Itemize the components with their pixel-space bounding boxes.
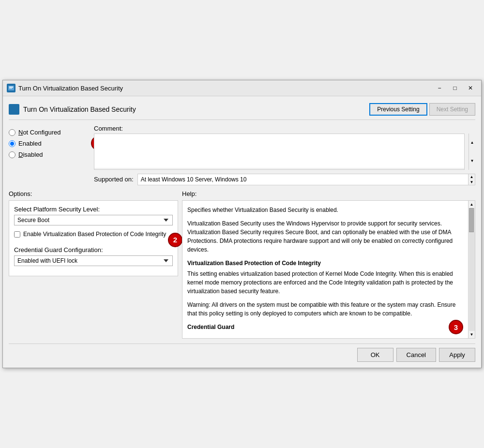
credential-section: Credential Guard Configuration: Enabled … xyxy=(14,246,173,271)
supported-label: Supported on: xyxy=(94,174,134,183)
comment-textarea[interactable] xyxy=(94,134,464,168)
options-panel: Select Platform Security Level: Secure B… xyxy=(9,200,178,276)
help-panel-wrapper: Specifies whether Virtualization Based S… xyxy=(182,200,475,339)
help-scroll-thumb[interactable] xyxy=(469,208,474,232)
next-setting-button[interactable]: Next Setting xyxy=(429,103,475,116)
help-scroll-track xyxy=(469,208,475,331)
help-para-2: Virtualization Based Security uses the W… xyxy=(187,219,463,254)
help-text: Specifies whether Virtualization Based S… xyxy=(187,206,463,331)
radio-group: Not Configured Enabled 1 Disabled xyxy=(9,125,86,162)
bottom-section: Select Platform Security Level: Secure B… xyxy=(9,200,475,339)
platform-label: Select Platform Security Level: xyxy=(14,206,173,213)
code-integrity-label: Enable Virtualization Based Protection o… xyxy=(23,230,166,239)
bottom-buttons: OK Cancel Apply xyxy=(9,343,475,362)
close-button[interactable]: ✕ xyxy=(464,83,477,93)
help-content: Specifies whether Virtualization Based S… xyxy=(182,201,468,338)
help-heading-2: Credential Guard xyxy=(187,323,463,331)
supported-row: Supported on: At least Windows 10 Server… xyxy=(94,174,475,185)
comment-area: Comment: ▲ ▼ xyxy=(94,125,475,170)
enabled-radio[interactable] xyxy=(9,140,15,147)
badge-2: 2 xyxy=(168,233,182,247)
panels-header: Options: Help: xyxy=(9,190,475,197)
help-para-1: Specifies whether Virtualization Based S… xyxy=(187,206,463,214)
supported-scroll-down[interactable]: ▼ xyxy=(469,179,475,185)
comment-wrapper: ▲ ▼ xyxy=(94,134,475,170)
minimize-button[interactable]: − xyxy=(433,83,446,93)
supported-text: At least Windows 10 Server, Windows 10 xyxy=(138,174,468,185)
right-config-section: Comment: ▲ ▼ Supported on: At le xyxy=(94,125,475,185)
help-section-label: Help: xyxy=(182,190,475,197)
help-scroll-down[interactable]: ▼ xyxy=(470,331,474,338)
help-heading-1: Virtualization Based Protection of Code … xyxy=(187,259,463,268)
maximize-button[interactable]: □ xyxy=(448,83,462,93)
comment-scroll-up[interactable]: ▲ xyxy=(469,134,475,152)
svg-rect-2 xyxy=(9,88,12,89)
disabled-label: Disabled xyxy=(18,151,43,158)
help-para-4: Warning: All drivers on the system must … xyxy=(187,300,463,318)
credential-select[interactable]: Enabled with UEFI lock Disabled Enabled … xyxy=(14,255,173,266)
cancel-button[interactable]: Cancel xyxy=(396,348,436,362)
enabled-label: Enabled xyxy=(18,140,42,147)
apply-button[interactable]: Apply xyxy=(439,348,475,362)
not-configured-radio[interactable] xyxy=(9,129,15,136)
window-title: Turn On Virtualization Based Security xyxy=(18,85,123,92)
not-configured-label: Not Configured xyxy=(18,129,60,136)
svg-rect-1 xyxy=(9,87,13,88)
title-bar: Turn On Virtualization Based Security − … xyxy=(3,80,481,96)
help-scroll-up[interactable]: ▲ xyxy=(470,201,474,208)
previous-setting-button[interactable]: Previous Setting xyxy=(369,103,427,116)
radio-group-wrapper: Not Configured Enabled 1 Disabled xyxy=(9,125,86,185)
main-window: Turn On Virtualization Based Security − … xyxy=(2,80,482,368)
window-icon xyxy=(7,84,15,92)
comment-label: Comment: xyxy=(94,125,475,132)
badge-3: 3 xyxy=(449,320,463,334)
options-panel-wrapper: Select Platform Security Level: Secure B… xyxy=(9,200,178,339)
supported-scroll-up[interactable]: ▲ xyxy=(469,174,475,179)
header-title: Turn On Virtualization Based Security xyxy=(23,105,136,113)
comment-scrollbar: ▲ ▼ xyxy=(469,134,475,170)
content-area: Turn On Virtualization Based Security Pr… xyxy=(3,96,481,368)
platform-select[interactable]: Secure Boot Secure Boot and DMA Protecti… xyxy=(14,215,173,225)
help-scrollbar: ▲ ▼ xyxy=(468,201,475,338)
comment-scroll-down[interactable]: ▼ xyxy=(469,152,475,170)
disabled-radio[interactable] xyxy=(9,151,15,158)
not-configured-option[interactable]: Not Configured xyxy=(9,129,86,136)
ok-button[interactable]: OK xyxy=(357,348,393,362)
header-buttons: Previous Setting Next Setting xyxy=(369,103,475,116)
supported-box-wrapper: At least Windows 10 Server, Windows 10 ▲… xyxy=(137,174,475,185)
enabled-option[interactable]: Enabled 1 xyxy=(9,140,86,147)
comment-textarea-wrapper xyxy=(94,134,465,170)
code-integrity-checkbox[interactable] xyxy=(14,231,20,238)
disabled-option[interactable]: Disabled xyxy=(9,151,86,158)
title-bar-left: Turn On Virtualization Based Security xyxy=(7,84,123,92)
header-icon xyxy=(9,104,19,115)
title-controls: − □ ✕ xyxy=(433,83,477,93)
credential-label: Credential Guard Configuration: xyxy=(14,246,173,254)
supported-scrollbar: ▲ ▼ xyxy=(468,174,475,185)
header-left: Turn On Virtualization Based Security xyxy=(9,104,136,115)
help-para-3: This setting enables virtualization base… xyxy=(187,269,463,296)
options-section-label: Options: xyxy=(9,190,178,197)
top-section: Not Configured Enabled 1 Disabled xyxy=(9,125,475,185)
checkbox-row: Enable Virtualization Based Protection o… xyxy=(14,230,173,239)
header-row: Turn On Virtualization Based Security Pr… xyxy=(9,100,475,120)
